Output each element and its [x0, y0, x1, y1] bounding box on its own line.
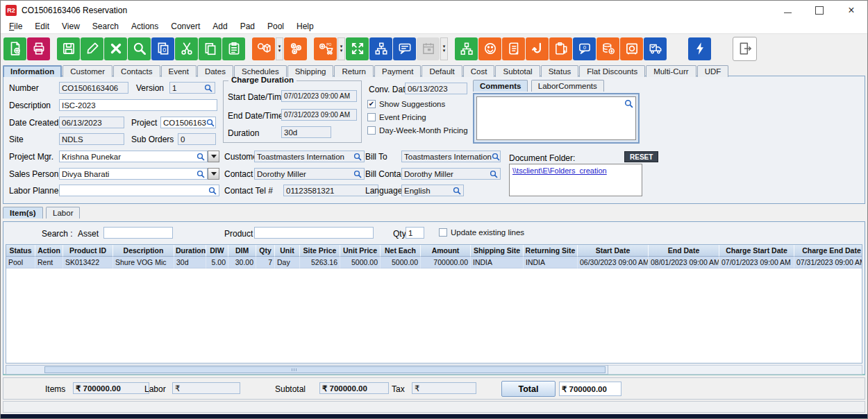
delete-button[interactable] [104, 37, 127, 60]
tab-comments[interactable]: Comments [473, 80, 528, 92]
qty-input[interactable] [406, 227, 424, 239]
tab-subtotal[interactable]: Subtotal [495, 65, 540, 78]
tab-shipping[interactable]: Shipping [287, 65, 334, 78]
project-field[interactable]: CO1506163 [160, 117, 216, 128]
smiley-button[interactable] [478, 37, 501, 60]
tab-default[interactable]: Default [422, 65, 462, 78]
menu-add[interactable]: Add [206, 20, 233, 33]
labor-planner-field[interactable] [59, 185, 219, 196]
project-mgr-search-icon[interactable] [197, 153, 205, 161]
tab-multi-curr[interactable]: Multi-Curr [646, 65, 696, 78]
contact-field[interactable]: Dorothy Miller [254, 168, 365, 180]
tab-customer[interactable]: Customer [62, 65, 112, 78]
col-diw[interactable]: DIW [206, 245, 228, 257]
menu-pad[interactable]: Pad [234, 20, 261, 33]
col-action[interactable]: Action [35, 245, 63, 257]
col-status[interactable]: Status [6, 245, 35, 257]
labor-planner-search-icon[interactable] [208, 187, 217, 195]
tab-labor[interactable]: Labor [46, 207, 80, 219]
bill-to-field[interactable]: Toastmasters Internation [401, 151, 501, 162]
bill-contact-search-icon[interactable] [490, 170, 498, 178]
col-description[interactable]: Description [113, 245, 174, 257]
edit-button[interactable] [81, 37, 103, 60]
cut-button[interactable] [175, 37, 198, 60]
col-net-each[interactable]: Net Each [381, 245, 421, 257]
vault-button[interactable] [620, 37, 643, 60]
description-input[interactable] [59, 99, 217, 111]
menu-help[interactable]: Help [290, 20, 320, 33]
menu-convert[interactable]: Convert [165, 20, 206, 33]
bill-to-search-icon[interactable] [492, 153, 500, 161]
version-search-icon[interactable] [204, 84, 212, 92]
menu-actions[interactable]: Actions [125, 20, 165, 33]
document-folder-link[interactable]: \\tsclient\E\Folders_creation [512, 166, 607, 175]
col-dim[interactable]: DIM [228, 245, 256, 257]
find-button[interactable] [128, 37, 151, 60]
paste-button[interactable] [222, 37, 245, 60]
tab-return[interactable]: Return [334, 65, 374, 78]
col-qty[interactable]: Qty [256, 245, 275, 257]
tab-payment[interactable]: Payment [374, 65, 421, 78]
col-charge-end-date[interactable]: Charge End Date [794, 245, 862, 257]
tab-dates[interactable]: Dates [197, 65, 233, 78]
update-existing-row[interactable]: Update existing lines [439, 228, 524, 237]
version-field[interactable]: 1 [169, 82, 215, 94]
col-unit[interactable]: Unit [275, 245, 300, 257]
dwm-pricing-checkbox[interactable] [367, 126, 376, 135]
tab-cost[interactable]: Cost [463, 65, 495, 78]
tab-labor-comments[interactable]: LaborComments [531, 80, 604, 92]
contact-search-icon[interactable] [353, 170, 362, 178]
project-mgr-field[interactable]: Krishna Punekar [59, 151, 208, 162]
copy-button[interactable] [199, 37, 222, 60]
col-site-price[interactable]: Site Price [300, 245, 340, 257]
col-amount[interactable]: Amount [421, 245, 471, 257]
horizontal-scrollbar[interactable] [6, 365, 862, 375]
add-po-cart-button[interactable]: PO [314, 37, 337, 60]
tab-schedules[interactable]: Schedules [234, 65, 287, 78]
return-button[interactable] [526, 37, 549, 60]
sales-person-field[interactable]: Divya Bharati [59, 168, 208, 180]
customer-field[interactable]: Toastmasters Internation [254, 151, 365, 162]
scrollbar-track-right[interactable] [608, 365, 862, 375]
hierarchy-button[interactable] [455, 37, 478, 60]
total-button[interactable]: Total [501, 381, 556, 397]
gears-button[interactable] [284, 37, 307, 60]
show-suggestions-checkbox[interactable] [367, 100, 376, 108]
event-pricing-checkbox[interactable] [367, 113, 376, 121]
add-po-cart-dropdown[interactable]: ▾▾ [337, 37, 345, 60]
tab-items[interactable]: Item(s) [3, 207, 43, 219]
menu-search[interactable]: Search [86, 20, 125, 33]
col-end-date[interactable]: End Date [649, 245, 719, 257]
lightning-button[interactable] [688, 37, 711, 60]
message-button[interactable] [393, 37, 416, 60]
print-button[interactable] [27, 37, 50, 60]
project-search-icon[interactable] [206, 119, 215, 127]
dwm-pricing-row[interactable]: Day-Week-Month Pricing [367, 126, 468, 135]
coins-add-button[interactable] [596, 37, 619, 60]
menu-pool[interactable]: Pool [261, 20, 290, 33]
col-product-id[interactable]: Product ID [63, 245, 113, 257]
clipboard-transfer-button[interactable] [549, 37, 572, 60]
menu-view[interactable]: View [56, 20, 86, 33]
scrollbar-track[interactable] [6, 365, 608, 375]
comments-textarea[interactable] [477, 97, 635, 139]
expand-button[interactable] [346, 37, 369, 60]
find-product-dropdown[interactable]: ▾▾ [276, 37, 283, 60]
truck-button[interactable] [644, 37, 667, 60]
sales-person-dropdown[interactable] [208, 168, 219, 180]
tab-udf[interactable]: UDF [697, 65, 729, 78]
language-field[interactable]: English [401, 185, 464, 196]
comment-zero-button[interactable]: 0 [573, 37, 596, 60]
tab-status[interactable]: Status [541, 65, 579, 78]
asset-input[interactable] [103, 227, 173, 239]
tab-information[interactable]: Information [3, 65, 62, 78]
scrollbar-thumb[interactable] [44, 366, 606, 373]
save-button[interactable] [57, 37, 80, 60]
col-returning-site[interactable]: Returning Site [524, 245, 578, 257]
event-pricing-row[interactable]: Event Pricing [367, 113, 426, 121]
find-product-button[interactable] [252, 37, 275, 60]
workflow-button[interactable] [369, 37, 392, 60]
minimize-button[interactable] [771, 1, 803, 19]
calendar-dropdown[interactable]: ▾▾ [440, 37, 448, 60]
close-button[interactable]: × [835, 1, 867, 19]
